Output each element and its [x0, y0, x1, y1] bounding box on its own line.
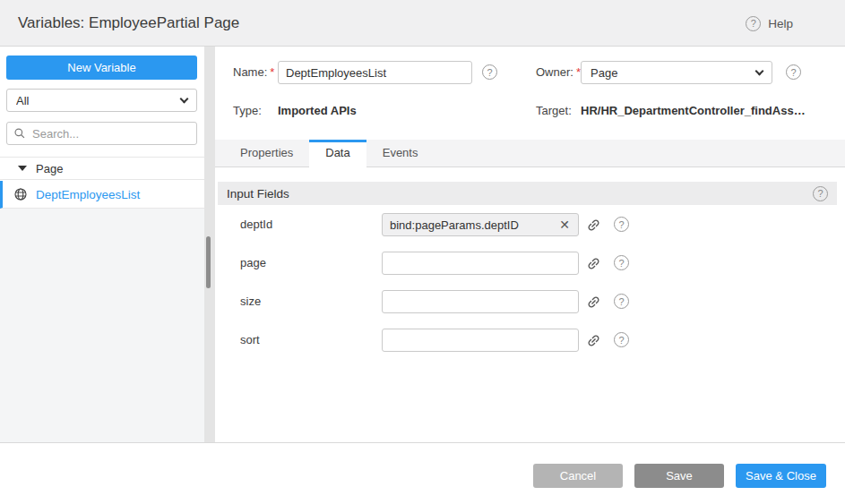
dialog-header: Variables: EmployeePartial Page Help — [0, 0, 845, 47]
owner-select-wrap: Page — [581, 61, 772, 84]
target-value: HR/HR_DepartmentController_findAss… — [581, 99, 806, 123]
variable-filter-select-wrap: All — [6, 89, 197, 112]
tree-group-label: Page — [36, 162, 63, 175]
owner-select[interactable]: Page — [581, 61, 772, 84]
bind-link-icon[interactable] — [584, 252, 602, 275]
new-variable-button[interactable]: New Variable — [6, 56, 197, 80]
save-and-close-button[interactable]: Save & Close — [736, 464, 826, 488]
dialog-footer: Cancel Save Save & Close — [0, 442, 845, 504]
search-box — [6, 122, 197, 145]
sidebar-scrollbar-thumb[interactable] — [206, 236, 211, 288]
type-label: Type: — [233, 99, 262, 123]
input-fields-help-icon[interactable] — [813, 186, 828, 201]
field-input-page[interactable] — [382, 252, 579, 275]
bind-link-icon[interactable] — [584, 290, 602, 313]
name-input[interactable] — [278, 61, 472, 84]
field-help-icon[interactable] — [614, 294, 629, 309]
help-icon — [746, 16, 761, 31]
owner-label: Owner:* — [536, 61, 581, 84]
section-title: Input Fields — [227, 187, 289, 201]
target-label: Target: — [536, 99, 572, 123]
field-help-icon[interactable] — [614, 255, 629, 270]
field-input-size[interactable] — [382, 290, 579, 313]
help-link[interactable]: Help — [746, 0, 793, 47]
required-asterisk: * — [270, 65, 274, 79]
name-label: Name:* — [233, 61, 274, 84]
name-help-icon[interactable] — [482, 64, 497, 80]
detail-tabs: Properties Data Events — [215, 140, 845, 167]
help-label: Help — [768, 17, 793, 30]
variable-detail-panel: Name:* Owner:* Page Type: Imported APIs … — [215, 47, 845, 442]
field-label-sort: sort — [240, 329, 260, 352]
tab-events[interactable]: Events — [366, 141, 435, 167]
save-button[interactable]: Save — [634, 464, 724, 488]
bind-link-icon[interactable] — [584, 213, 602, 236]
tree-group-page[interactable]: Page — [0, 157, 204, 180]
sidebar-scrollbar-track[interactable] — [204, 47, 215, 442]
bind-link-icon[interactable] — [584, 329, 602, 352]
field-label-deptid: deptId — [240, 213, 272, 236]
tab-properties[interactable]: Properties — [224, 141, 309, 167]
field-help-icon[interactable] — [614, 332, 629, 347]
field-label-page: page — [240, 252, 266, 275]
page-title: Variables: EmployeePartial Page — [18, 0, 239, 47]
cancel-button[interactable]: Cancel — [533, 464, 623, 488]
input-fields-section-header: Input Fields — [218, 182, 837, 205]
variables-sidebar: New Variable All Page DeptEmployeesList — [0, 47, 204, 442]
clear-binding-icon[interactable] — [556, 213, 573, 236]
field-label-size: size — [240, 290, 261, 313]
globe-icon — [13, 187, 28, 201]
owner-help-icon[interactable] — [786, 64, 801, 80]
search-input[interactable] — [6, 122, 197, 145]
tab-data[interactable]: Data — [309, 140, 366, 167]
field-help-icon[interactable] — [614, 217, 629, 232]
field-input-sort[interactable] — [382, 329, 579, 352]
tree-item-label: DeptEmployeesList — [36, 188, 140, 201]
sidebar-item-deptemployeeslist[interactable]: DeptEmployeesList — [0, 181, 204, 209]
tree-background — [0, 209, 204, 442]
triangle-down-icon — [18, 166, 27, 171]
type-value: Imported APIs — [278, 99, 357, 123]
variable-filter-select[interactable]: All — [6, 89, 197, 112]
field-input-deptid[interactable] — [382, 213, 579, 236]
